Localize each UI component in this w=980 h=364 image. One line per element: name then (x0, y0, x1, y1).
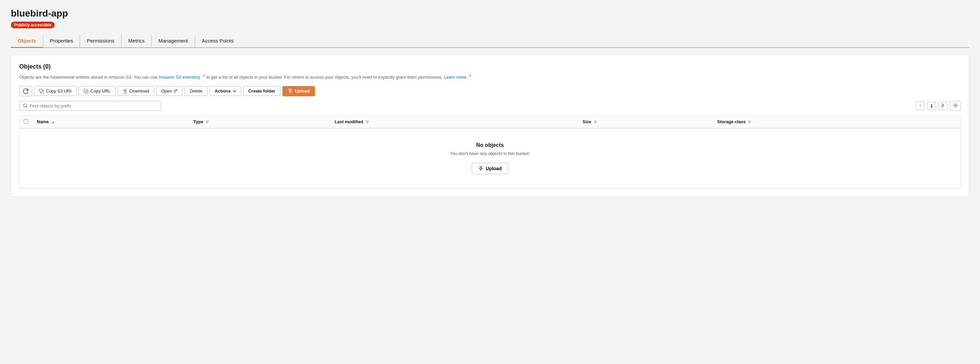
empty-state-row: No objects You don't have any objects in… (19, 128, 961, 188)
chevron-left-icon (919, 103, 922, 107)
delete-button[interactable]: Delete (185, 86, 208, 96)
copy-url-button[interactable]: Copy URL (79, 86, 116, 96)
download-icon (123, 89, 127, 94)
learn-more-external-icon: ↗ (468, 73, 471, 78)
refresh-icon (23, 88, 29, 94)
chevron-right-icon (942, 103, 944, 107)
empty-state-description: You don't have any objects in this bucke… (26, 151, 954, 156)
pagination-controls: 1 (916, 101, 961, 111)
publicly-accessible-badge: Publicly accessible (11, 22, 55, 28)
tabs-bar: Objects Properties Permissions Metrics M… (11, 34, 969, 48)
learn-more-link[interactable]: Learn more ↗ (444, 75, 471, 80)
objects-section-title: Objects (0) (19, 63, 961, 70)
type-column-header[interactable]: Type ▽ (189, 116, 330, 128)
tab-access-points[interactable]: Access Points (195, 34, 240, 48)
objects-description: Objects are the fundamental entities sto… (19, 73, 961, 81)
next-page-button[interactable] (939, 102, 947, 110)
select-all-header[interactable] (19, 116, 32, 128)
upload-icon (288, 88, 293, 94)
empty-state-title: No objects (26, 142, 954, 148)
toolbar: Copy S3 URI Copy URL Download Open (19, 86, 961, 96)
tab-management[interactable]: Management (151, 34, 195, 48)
actions-button[interactable]: Actions (210, 86, 241, 96)
size-sort-icon: ▽ (594, 120, 597, 124)
refresh-button[interactable] (19, 86, 32, 96)
bucket-title: bluebird-app (11, 8, 969, 19)
select-all-checkbox[interactable] (24, 119, 28, 124)
objects-panel: Objects (0) Objects are the fundamental … (11, 55, 969, 197)
tab-properties[interactable]: Properties (43, 34, 80, 48)
tab-objects[interactable]: Objects (11, 34, 43, 48)
search-input[interactable] (30, 103, 157, 109)
storage-class-sort-icon: ▽ (748, 120, 751, 124)
open-button[interactable]: Open (156, 86, 183, 96)
empty-upload-button[interactable]: Upload (472, 163, 508, 174)
type-sort-icon: ▽ (206, 120, 208, 124)
svg-point-8 (955, 104, 956, 106)
last-modified-column-header[interactable]: Last modified ▽ (330, 116, 578, 128)
actions-chevron-icon (233, 90, 236, 92)
name-sort-icon: ▲ (51, 120, 55, 124)
search-icon (23, 103, 28, 108)
open-external-icon (174, 89, 178, 93)
svg-line-7 (26, 107, 28, 108)
tab-metrics[interactable]: Metrics (121, 34, 151, 48)
copy-s3-uri-button[interactable]: Copy S3 URI (34, 86, 76, 96)
create-folder-button[interactable]: Create folder (243, 86, 280, 96)
external-link-icon: ↗ (202, 73, 205, 78)
download-button[interactable]: Download (118, 86, 154, 96)
objects-table: Name ▲ Type ▽ Last modified ▽ Size (19, 116, 961, 188)
tab-permissions[interactable]: Permissions (80, 34, 121, 48)
gear-icon (953, 103, 958, 108)
objects-table-container: Name ▲ Type ▽ Last modified ▽ Size (19, 115, 961, 188)
prev-page-button[interactable] (916, 102, 925, 110)
inventory-link[interactable]: Amazon S3 inventory ↗ (159, 75, 207, 80)
upload-button[interactable]: Upload (282, 86, 315, 96)
storage-class-column-header[interactable]: Storage class ▽ (713, 116, 961, 128)
last-modified-sort-icon: ▽ (366, 120, 369, 124)
size-column-header[interactable]: Size ▽ (578, 116, 713, 128)
copy-url-icon (84, 89, 88, 94)
copy-icon (39, 89, 44, 94)
empty-upload-icon (478, 166, 484, 171)
name-column-header[interactable]: Name ▲ (32, 116, 189, 128)
page-number: 1 (928, 102, 936, 110)
svg-rect-3 (84, 89, 87, 92)
search-box[interactable] (19, 101, 161, 111)
empty-state: No objects You don't have any objects in… (19, 129, 961, 188)
table-settings-button[interactable] (950, 101, 961, 111)
search-row: 1 (19, 101, 961, 111)
svg-rect-1 (40, 89, 42, 92)
